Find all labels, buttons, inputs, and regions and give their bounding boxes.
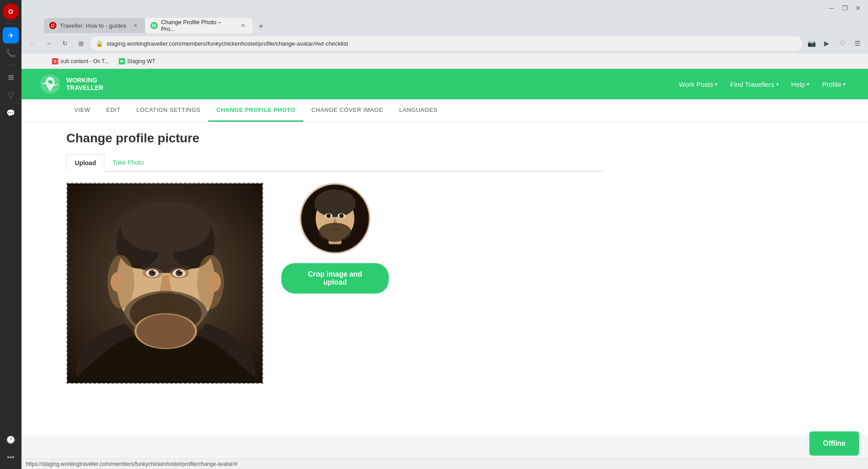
url-bar[interactable]: 🔒 staging.workingtraveller.com/members/f…	[90, 36, 803, 51]
bookmark-1-label: sub content - On T...	[60, 58, 109, 64]
site-nav: Work Posts ▾ Find Travellers ▾ Help ▾ Pr…	[675, 77, 850, 92]
more-icon[interactable]: •••	[3, 449, 19, 465]
svg-point-30	[111, 272, 124, 292]
minimize-button[interactable]: ─	[826, 3, 837, 13]
page-title: Change profile picture	[66, 131, 823, 145]
camera-icon[interactable]: 📷	[805, 37, 818, 50]
tab-2-favicon: W	[150, 22, 158, 29]
crop-image-button[interactable]: Crop image and upload	[281, 263, 389, 294]
svg-point-37	[314, 190, 356, 217]
whatsapp-icon[interactable]: 📞	[3, 45, 19, 61]
subnav-change-cover-image[interactable]: CHANGE COVER IMAGE	[303, 99, 391, 122]
svg-point-20	[153, 270, 155, 272]
nav-help[interactable]: Help ▾	[787, 77, 814, 92]
sub-nav: VIEW EDIT LOCATION SETTINGS CHANGE PROFI…	[21, 99, 868, 122]
image-upload-area: Crop image and upload	[66, 183, 823, 384]
svg-point-27	[137, 314, 195, 348]
tab-2-title: Change Profile Photo – Pro...	[161, 19, 234, 32]
chat-icon[interactable]: 💬	[3, 105, 19, 121]
dashboard-icon[interactable]: ⊞	[3, 69, 19, 85]
ssl-lock-icon: 🔒	[96, 40, 103, 47]
title-bar: ─ ❐ ✕	[21, 0, 868, 16]
bookmarks-bar: S sub content - On T... W Staging WT	[21, 54, 868, 69]
tab-2[interactable]: W Change Profile Photo – Pro... ✕	[145, 18, 253, 33]
main-image	[67, 183, 262, 383]
nav-profile[interactable]: Profile ▾	[817, 77, 850, 92]
reload-button[interactable]: ↻	[58, 37, 72, 50]
subnav-location-settings[interactable]: LOCATION SETTINGS	[129, 99, 209, 122]
svg-point-11	[121, 204, 211, 253]
history-icon[interactable]: 🕐	[3, 431, 19, 448]
bookmark-2-favicon: W	[119, 58, 125, 64]
find-travellers-chevron: ▾	[776, 81, 779, 87]
close-button[interactable]: ✕	[853, 3, 864, 13]
sidebar-separator-1	[5, 23, 16, 24]
tab-1-close[interactable]: ✕	[132, 21, 140, 30]
logo-svg	[39, 73, 61, 95]
svg-point-41	[339, 213, 344, 218]
logo-text: WORKING TRAVELLER	[66, 77, 103, 92]
bookmark-2[interactable]: W Staging WT	[115, 57, 159, 66]
opera-logo-icon[interactable]: O	[3, 4, 19, 20]
sidebar-separator-2	[5, 65, 16, 65]
tab-1-favicon: O	[49, 22, 56, 29]
menu-icon[interactable]: ☰	[851, 37, 864, 50]
nav-find-travellers[interactable]: Find Travellers ▾	[726, 77, 783, 92]
nav-work-posts[interactable]: Work Posts ▾	[675, 77, 722, 92]
heart-icon[interactable]: ♡	[3, 87, 19, 103]
tab-grid-button[interactable]: ⊞	[74, 37, 88, 50]
browser-chrome: ─ ❐ ✕ O Traveller: How to - guides ✕ W C…	[21, 0, 868, 69]
help-chevron: ▾	[807, 81, 809, 87]
address-bar: ← → ↻ ⊞ 🔒 staging.workingtraveller.com/m…	[21, 33, 868, 54]
profile-chevron: ▾	[843, 81, 846, 87]
svg-point-21	[180, 270, 182, 272]
opera-sidebar: O ✈ 📞 ⊞ ♡ 💬 🕐 •••	[0, 0, 21, 469]
work-posts-chevron: ▾	[715, 81, 718, 87]
bookmark-2-label: Staging WT	[127, 58, 155, 64]
offline-widget[interactable]: Offline	[809, 431, 859, 456]
svg-point-31	[207, 272, 221, 292]
subnav-view[interactable]: VIEW	[66, 99, 98, 122]
messenger-icon[interactable]: ✈	[3, 27, 19, 43]
tab-1[interactable]: O Traveller: How to - guides ✕	[44, 18, 145, 33]
take-photo-tab[interactable]: Take Photo	[104, 154, 152, 171]
bookmark-1[interactable]: S sub content - On T...	[48, 57, 112, 66]
new-tab-button[interactable]: +	[254, 20, 268, 33]
status-bar: https://staging.workingtraveller.com/mem…	[21, 458, 868, 469]
tab-1-title: Traveller: How to - guides	[60, 22, 126, 29]
subnav-languages[interactable]: LANGUAGES	[391, 99, 445, 122]
tab-bar: O Traveller: How to - guides ✕ W Change …	[21, 16, 868, 33]
forward-button[interactable]: →	[42, 37, 56, 50]
svg-point-42	[318, 223, 351, 242]
bookmark-1-favicon: S	[52, 58, 58, 64]
subnav-edit[interactable]: EDIT	[98, 99, 129, 122]
photo-tabs: Upload Take Photo	[66, 154, 604, 172]
upload-tab[interactable]: Upload	[66, 154, 104, 172]
logo-area[interactable]: WORKING TRAVELLER	[39, 73, 103, 95]
window-controls: ─ ❐ ✕	[826, 3, 864, 13]
page-content: Change profile picture Upload Take Photo	[21, 122, 868, 435]
reader-icon[interactable]: ▶	[821, 37, 833, 50]
site-header: WORKING TRAVELLER Work Posts ▾ Find Trav…	[21, 69, 868, 99]
bookmark-icon[interactable]: ♡	[836, 37, 848, 50]
toolbar-icons: 📷 ▶ ♡ ☰	[805, 37, 864, 50]
subnav-change-profile-photo[interactable]: CHANGE PROFILE PHOTO	[208, 99, 303, 122]
status-url: https://staging.workingtraveller.com/mem…	[26, 461, 237, 467]
preview-area: Crop image and upload	[281, 183, 389, 294]
main-image-container	[66, 183, 263, 384]
tab-2-close[interactable]: ✕	[239, 21, 247, 30]
avatar-preview	[299, 183, 371, 254]
url-text: staging.workingtraveller.com/members/fun…	[107, 40, 797, 47]
svg-point-40	[327, 213, 331, 218]
portrait-svg	[67, 183, 262, 383]
avatar-svg	[301, 183, 370, 254]
back-button[interactable]: ←	[26, 37, 39, 50]
restore-button[interactable]: ❐	[839, 3, 850, 13]
page-wrapper: ─ ❐ ✕ O Traveller: How to - guides ✕ W C…	[21, 0, 868, 435]
